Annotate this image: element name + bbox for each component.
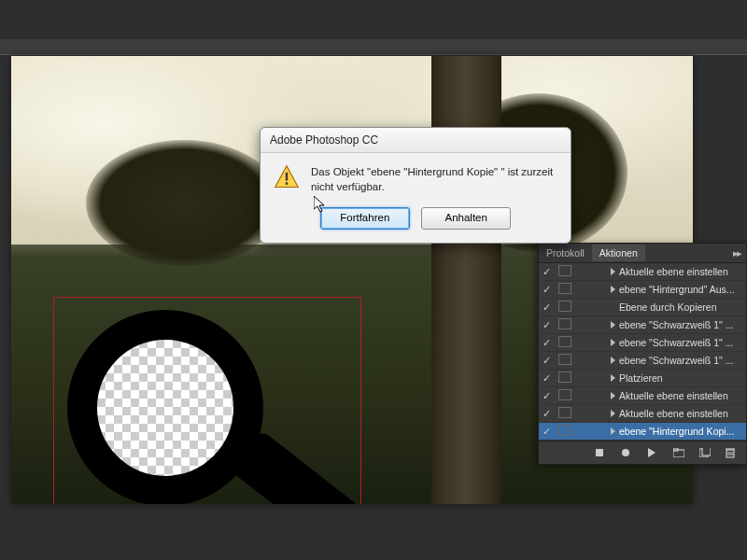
action-label: Aktuelle ebene einstellen	[619, 408, 742, 419]
action-row[interactable]: ✓Ebene durch Kopieren	[539, 299, 746, 316]
action-row[interactable]: ✓Platzieren	[539, 370, 746, 387]
action-enabled-checkmark[interactable]: ✓	[539, 301, 554, 314]
action-label: ebene "Schwarzweiß 1" ...	[619, 337, 742, 348]
action-enabled-checkmark[interactable]: ✓	[539, 266, 554, 278]
action-enabled-checkmark[interactable]: ✓	[539, 426, 554, 438]
action-enabled-checkmark[interactable]: ✓	[539, 390, 554, 402]
magnifier-layer	[67, 310, 329, 504]
svg-rect-10	[702, 448, 711, 455]
dialog-message: Das Objekt "ebene "Hintergrund Kopie" " …	[311, 164, 557, 194]
action-row[interactable]: ✓Aktuelle ebene einstellen	[539, 387, 746, 405]
new-action-icon[interactable]	[699, 448, 712, 457]
svg-rect-4	[596, 449, 603, 456]
action-expand-icon[interactable]	[576, 339, 615, 346]
warning-icon	[274, 164, 300, 190]
action-label: Platzieren	[619, 372, 742, 384]
action-dialog-toggle[interactable]	[557, 407, 572, 420]
action-dialog-toggle[interactable]	[557, 336, 572, 349]
cursor-icon	[314, 196, 327, 213]
dialog-title[interactable]: Adobe Photoshop CC	[261, 128, 571, 153]
action-expand-icon[interactable]	[576, 321, 615, 329]
transparent-checkerboard	[97, 340, 233, 476]
action-expand-icon[interactable]	[576, 357, 615, 364]
action-row[interactable]: ✓Aktuelle ebene einstellen	[539, 263, 746, 281]
action-dialog-toggle[interactable]	[557, 354, 572, 367]
svg-marker-6	[648, 448, 655, 457]
action-row[interactable]: ✓ebene "Schwarzweiß 1" ...	[539, 352, 746, 370]
action-dialog-toggle[interactable]	[557, 301, 572, 314]
action-enabled-checkmark[interactable]: ✓	[539, 319, 554, 331]
action-row[interactable]: ✓ebene "Schwarzweiß 1" ...	[539, 316, 746, 334]
action-label: Ebene durch Kopieren	[619, 301, 742, 313]
action-enabled-checkmark[interactable]: ✓	[539, 408, 554, 420]
action-expand-icon[interactable]	[576, 268, 615, 275]
action-label: ebene "Hintergrund Kopi...	[619, 426, 742, 437]
action-enabled-checkmark[interactable]: ✓	[539, 337, 554, 349]
tab-actions[interactable]: Aktionen	[592, 245, 645, 261]
action-expand-icon[interactable]	[576, 427, 615, 435]
action-dialog-toggle[interactable]	[557, 389, 572, 402]
action-label: ebene "Hintergrund" Aus...	[619, 284, 742, 295]
tree-trunk	[431, 56, 501, 504]
delete-action-icon[interactable]	[726, 447, 739, 458]
play-action-icon[interactable]	[647, 448, 660, 457]
ruler-top	[0, 39, 747, 55]
action-dialog-toggle[interactable]	[557, 265, 572, 278]
svg-rect-2	[286, 182, 288, 185]
alert-dialog: Adobe Photoshop CC Das Objekt "ebene "Hi…	[260, 127, 571, 244]
action-dialog-toggle[interactable]	[557, 318, 572, 331]
action-expand-icon[interactable]	[576, 410, 615, 417]
svg-point-5	[622, 449, 629, 456]
action-dialog-toggle[interactable]	[557, 283, 572, 296]
tree-foliage	[86, 140, 282, 266]
action-row[interactable]: ✓ebene "Schwarzweiß 1" ...	[539, 334, 746, 352]
action-label: Aktuelle ebene einstellen	[619, 390, 742, 401]
action-label: ebene "Schwarzweiß 1" ...	[619, 319, 742, 330]
panel-menu-icon[interactable]: ▸▸	[727, 247, 746, 259]
action-label: Aktuelle ebene einstellen	[619, 266, 742, 277]
action-enabled-checkmark[interactable]: ✓	[539, 284, 554, 296]
record-action-icon[interactable]	[621, 448, 634, 457]
svg-rect-1	[286, 173, 288, 181]
stop-action-icon[interactable]	[595, 448, 608, 457]
action-dialog-toggle[interactable]	[557, 425, 572, 438]
actions-panel: Protokoll Aktionen ▸▸ ✓Aktuelle ebene ei…	[538, 243, 747, 465]
action-enabled-checkmark[interactable]: ✓	[539, 355, 554, 367]
stop-button[interactable]: Anhalten	[421, 207, 511, 230]
new-folder-icon[interactable]	[673, 448, 686, 457]
action-row[interactable]: ✓ebene "Hintergrund" Aus...	[539, 281, 746, 299]
actions-panel-footer	[539, 441, 746, 464]
action-label: ebene "Schwarzweiß 1" ...	[619, 355, 742, 366]
action-row[interactable]: ✓ebene "Hintergrund Kopi...	[539, 423, 746, 441]
action-expand-icon[interactable]	[576, 392, 615, 399]
action-expand-icon[interactable]	[576, 374, 615, 382]
svg-marker-3	[314, 196, 324, 212]
tab-protocol[interactable]: Protokoll	[539, 245, 592, 261]
action-row[interactable]: ✓Aktuelle ebene einstellen	[539, 405, 746, 423]
continue-button[interactable]: Fortfahren	[320, 207, 410, 230]
action-dialog-toggle[interactable]	[557, 371, 572, 385]
action-enabled-checkmark[interactable]: ✓	[539, 372, 554, 385]
action-expand-icon[interactable]	[576, 286, 615, 293]
